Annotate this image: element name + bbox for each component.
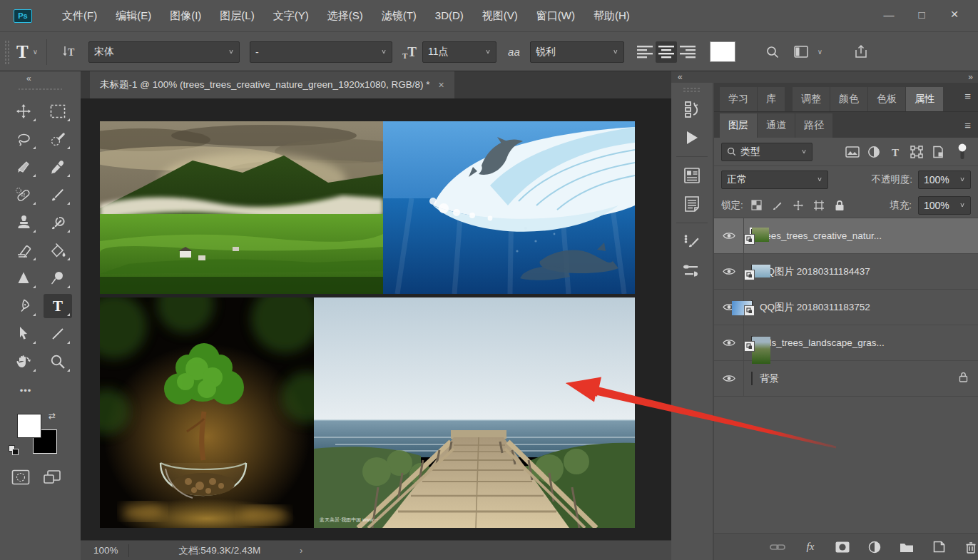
filter-toggle-switch[interactable] <box>954 143 971 161</box>
tab-close-icon[interactable]: × <box>438 79 444 91</box>
tab-paths[interactable]: 路径 <box>795 113 832 138</box>
zoom-tool[interactable] <box>44 350 72 374</box>
menu-view[interactable]: 视图(V) <box>474 6 526 26</box>
tools-grip[interactable] <box>19 86 62 92</box>
lock-artboard-icon[interactable] <box>812 197 826 214</box>
tab-learn[interactable]: 学习 <box>720 87 757 111</box>
collapse-tools-icon[interactable]: « <box>0 71 81 83</box>
blur-tool[interactable] <box>9 266 38 290</box>
panel-menu-icon[interactable]: ≡ <box>964 119 971 131</box>
dodge-tool[interactable] <box>44 266 72 290</box>
layer-visibility-toggle[interactable] <box>714 361 744 396</box>
line-shape-tool[interactable] <box>44 322 72 346</box>
lock-all-icon[interactable] <box>832 197 847 214</box>
font-size-select[interactable]: 11点 ∨ <box>422 41 496 63</box>
menu-3d[interactable]: 3D(D) <box>427 6 472 26</box>
opacity-field[interactable]: 100% ∨ <box>918 170 971 189</box>
lock-position-icon[interactable] <box>791 197 805 214</box>
brushes-panel-icon[interactable] <box>676 256 708 285</box>
filter-smart-objects-icon[interactable] <box>929 143 947 161</box>
layer-style-fx-icon[interactable]: fx <box>803 539 817 556</box>
character-panel-icon[interactable] <box>676 161 708 190</box>
filter-adjustment-layers-icon[interactable] <box>865 143 882 161</box>
layer-thumbnail[interactable] <box>751 300 753 314</box>
status-chevron-icon[interactable]: › <box>300 546 302 556</box>
zoom-level-field[interactable]: 100% <box>81 545 128 556</box>
new-layer-icon[interactable] <box>932 539 946 556</box>
tab-layers[interactable]: 图层 <box>720 113 757 138</box>
history-panel-icon[interactable] <box>676 95 708 123</box>
menu-edit[interactable]: 编辑(E) <box>107 6 160 26</box>
lock-transparent-pixels-icon[interactable] <box>750 197 764 214</box>
layer-name[interactable]: 背景 <box>760 372 779 385</box>
options-bar-grip[interactable] <box>4 40 9 64</box>
layer-filter-type-select[interactable]: 类型 ∨ <box>721 143 813 161</box>
layer-visibility-toggle[interactable] <box>714 254 744 289</box>
align-center-button[interactable] <box>656 41 677 63</box>
brush-settings-panel-icon[interactable] <box>676 228 708 256</box>
menu-image[interactable]: 图像(I) <box>161 6 210 26</box>
collapse-panels-icon[interactable]: « <box>678 72 681 83</box>
tab-adjustments[interactable]: 调整 <box>793 87 830 111</box>
layer-visibility-toggle[interactable] <box>714 325 744 360</box>
eraser-tool[interactable] <box>9 238 38 263</box>
spot-healing-brush-tool[interactable] <box>9 183 38 207</box>
layer-visibility-toggle[interactable] <box>714 218 744 253</box>
tab-color[interactable]: 颜色 <box>830 87 867 111</box>
layer-row-qq-183752[interactable]: QQ图片 20180311183752 <box>714 290 978 325</box>
maximize-button[interactable]: □ <box>905 4 938 25</box>
rectangular-marquee-tool[interactable] <box>44 99 72 123</box>
expand-panels-icon[interactable]: » <box>968 72 972 83</box>
menu-file[interactable]: 文件(F) <box>54 6 106 26</box>
path-selection-tool[interactable] <box>9 322 38 346</box>
history-brush-tool[interactable] <box>44 210 72 235</box>
paragraph-panel-icon[interactable] <box>676 190 708 218</box>
search-icon[interactable] <box>764 44 781 61</box>
toggle-text-orientation-icon[interactable]: T <box>61 44 78 61</box>
quick-mask-button[interactable] <box>11 469 30 488</box>
share-icon[interactable] <box>852 44 870 61</box>
add-layer-mask-icon[interactable] <box>835 539 850 556</box>
menu-filter[interactable]: 滤镜(T) <box>373 6 425 26</box>
quick-selection-tool[interactable] <box>44 127 72 151</box>
layer-row-hills-trees[interactable]: hills_trees_landscape_gras... <box>714 325 978 361</box>
current-tool-preset[interactable]: T ∨ <box>16 42 38 62</box>
font-style-select[interactable]: - ∨ <box>250 41 392 63</box>
brush-tool[interactable] <box>44 183 72 207</box>
filter-type-layers-icon[interactable]: T <box>887 143 904 161</box>
actions-panel-icon[interactable] <box>676 123 708 152</box>
filter-pixel-layers-icon[interactable] <box>844 143 861 161</box>
menu-help[interactable]: 帮助(H) <box>585 6 638 26</box>
photo-mountain-landscape[interactable] <box>100 121 383 294</box>
tab-swatches[interactable]: 色板 <box>868 87 905 111</box>
hand-tool[interactable] <box>9 350 38 374</box>
align-left-button[interactable] <box>634 41 656 63</box>
pen-tool[interactable] <box>9 294 38 318</box>
lasso-tool[interactable] <box>9 127 38 151</box>
font-family-select[interactable]: 宋体 ∨ <box>88 41 240 63</box>
paint-bucket-tool[interactable] <box>44 238 72 263</box>
fill-field[interactable]: 100% ∨ <box>918 196 971 215</box>
swap-colors-icon[interactable]: ⇄ <box>49 411 56 421</box>
tab-channels[interactable]: 通道 <box>758 113 795 138</box>
layer-thumbnail[interactable] <box>751 265 753 278</box>
photo-dolphin-wave[interactable] <box>383 121 635 294</box>
layer-name[interactable]: QQ图片 20180311184437 <box>760 265 870 278</box>
layer-name[interactable]: QQ图片 20180311183752 <box>760 301 870 314</box>
tab-properties[interactable]: 属性 <box>906 87 943 111</box>
document-tab[interactable]: 未标题-1 @ 100% (trees_trees_creative_natur… <box>90 71 454 98</box>
menu-window[interactable]: 窗口(W) <box>528 6 584 26</box>
new-group-icon[interactable] <box>900 539 914 556</box>
new-adjustment-layer-icon[interactable] <box>867 539 882 556</box>
layer-row-qq-184437[interactable]: QQ图片 20180311184437 <box>714 254 978 290</box>
crop-tool[interactable] <box>9 155 38 179</box>
dock-grip[interactable] <box>683 87 701 92</box>
menu-layer[interactable]: 图层(L) <box>211 6 263 26</box>
document-canvas[interactable]: 蓝天美景·我图中国 www··· <box>81 98 671 540</box>
text-color-swatch[interactable] <box>710 41 735 62</box>
close-button[interactable]: × <box>938 4 971 25</box>
layer-row-trees-creative[interactable]: trees_trees_creative_natur... <box>714 218 978 254</box>
foreground-color-swatch[interactable] <box>17 414 41 438</box>
default-colors-icon[interactable] <box>9 445 19 455</box>
layer-thumbnail[interactable] <box>751 336 753 350</box>
